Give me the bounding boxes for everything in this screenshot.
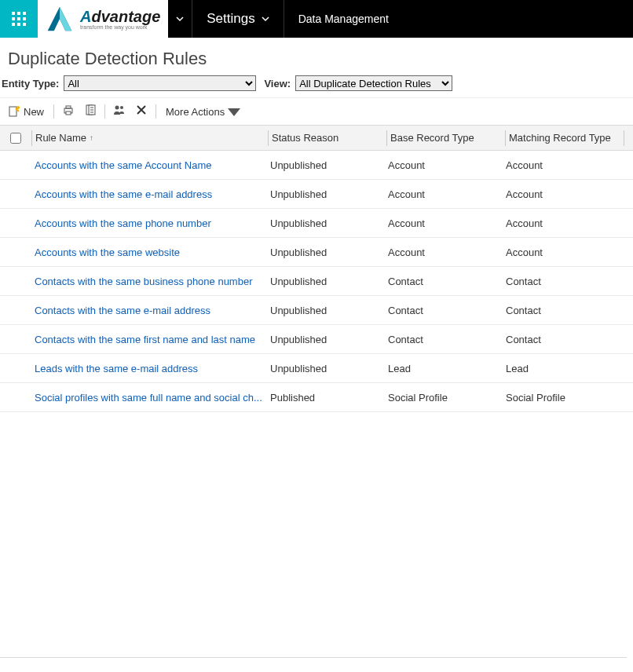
sort-ascending-icon: ↑: [90, 133, 93, 142]
base-type-cell: Account: [385, 209, 503, 237]
match-type-cell: Social Profile: [503, 383, 620, 411]
table-row[interactable]: Accounts with the same phone numberUnpub…: [0, 209, 633, 238]
table-row[interactable]: Leads with the same e-mail addressUnpubl…: [0, 354, 633, 383]
table-row[interactable]: Contacts with the same business phone nu…: [0, 267, 633, 296]
chevron-down-icon: [176, 15, 184, 23]
column-header-rule-name[interactable]: Rule Name↑: [32, 126, 268, 150]
table-row[interactable]: Contacts with the same e-mail addressUnp…: [0, 296, 633, 325]
brand-logo[interactable]: Advantage transform the way you work: [38, 0, 168, 38]
column-header-status[interactable]: Status Reason: [269, 126, 386, 150]
top-navbar: Advantage transform the way you work Set…: [0, 0, 633, 38]
table-row[interactable]: Accounts with the same Account NameUnpub…: [0, 151, 633, 180]
rule-name-cell: Contacts with the same e-mail address: [31, 296, 267, 324]
column-header-matching-type[interactable]: Matching Record Type: [506, 126, 624, 150]
table-row[interactable]: Contacts with the same first name and la…: [0, 325, 633, 354]
base-type-cell: Contact: [385, 296, 503, 324]
match-type-cell: Account: [503, 180, 620, 208]
app-launcher-button[interactable]: [0, 0, 38, 38]
table-row[interactable]: Accounts with the same e-mail addressUnp…: [0, 180, 633, 209]
rule-link[interactable]: Accounts with the same e-mail address: [35, 188, 212, 200]
rule-name-cell: Leads with the same e-mail address: [31, 354, 267, 382]
rule-name-cell: Contacts with the same business phone nu…: [31, 267, 267, 295]
toolbar-divider: [156, 104, 156, 119]
export-button[interactable]: [81, 101, 100, 122]
nav-breadcrumb[interactable]: Data Management: [284, 0, 403, 38]
table-row[interactable]: Accounts with the same websiteUnpublishe…: [0, 238, 633, 267]
row-check-cell: [0, 209, 31, 237]
base-type-cell: Lead: [385, 354, 503, 382]
more-actions-button[interactable]: More Actions: [161, 103, 245, 120]
new-icon: [8, 105, 20, 118]
chevron-down-icon: [262, 15, 269, 23]
more-actions-label: More Actions: [166, 106, 225, 118]
match-type-cell: Contact: [503, 296, 620, 324]
rule-link[interactable]: Accounts with the same website: [35, 247, 180, 258]
page-header: Duplicate Detection Rules: [0, 38, 633, 75]
people-icon: [113, 104, 126, 116]
toolbar-divider: [53, 104, 54, 119]
toolbar: New More Actions: [0, 97, 633, 125]
rule-link[interactable]: Contacts with the same e-mail address: [35, 305, 210, 316]
view-select[interactable]: All Duplicate Detection Rules: [295, 75, 452, 91]
rule-name-cell: Accounts with the same website: [31, 238, 267, 266]
row-check-cell: [0, 354, 31, 382]
rule-link[interactable]: Leads with the same e-mail address: [35, 363, 198, 374]
base-type-cell: Account: [385, 180, 503, 208]
view-label: View:: [264, 78, 291, 89]
rule-link[interactable]: Contacts with the same first name and la…: [35, 334, 255, 345]
new-button[interactable]: New: [3, 103, 49, 120]
svg-rect-7: [17, 23, 20, 26]
grid-header: Rule Name↑ Status Reason Base Record Typ…: [0, 126, 633, 151]
rule-link[interactable]: Accounts with the same phone number: [35, 217, 211, 229]
select-all-checkbox[interactable]: [10, 133, 21, 144]
row-check-cell: [0, 180, 31, 208]
svg-rect-1: [17, 12, 20, 15]
print-button[interactable]: [59, 101, 78, 122]
rules-grid: Rule Name↑ Status Reason Base Record Typ…: [0, 125, 633, 412]
svg-rect-5: [23, 17, 26, 20]
column-header-base-type[interactable]: Base Record Type: [387, 126, 505, 150]
rule-link[interactable]: Social profiles with same full name and …: [35, 392, 262, 404]
rule-name-cell: Accounts with the same phone number: [31, 209, 267, 237]
base-type-cell: Social Profile: [385, 383, 503, 411]
match-type-cell: Lead: [503, 354, 620, 382]
status-cell: Unpublished: [267, 238, 385, 266]
filter-row: Entity Type: All View: All Duplicate Det…: [0, 75, 633, 97]
brand-logo-icon: [46, 5, 74, 33]
svg-rect-4: [17, 17, 20, 20]
base-type-cell: Contact: [385, 325, 503, 353]
base-type-cell: Account: [385, 238, 503, 266]
export-icon: [84, 104, 97, 116]
status-cell: Unpublished: [267, 209, 385, 237]
match-type-cell: Contact: [503, 267, 620, 295]
base-type-cell: Contact: [385, 267, 503, 295]
status-cell: Unpublished: [267, 354, 385, 382]
svg-rect-0: [12, 12, 15, 15]
assign-button[interactable]: [110, 101, 129, 122]
nav-settings[interactable]: Settings: [192, 0, 283, 38]
base-type-cell: Account: [385, 151, 503, 179]
rule-name-cell: Accounts with the same Account Name: [31, 151, 267, 179]
rule-link[interactable]: Accounts with the same Account Name: [35, 159, 211, 171]
svg-rect-3: [12, 17, 15, 20]
rule-name-cell: Social profiles with same full name and …: [31, 383, 267, 411]
rule-link[interactable]: Contacts with the same business phone nu…: [35, 276, 253, 287]
row-check-cell: [0, 151, 31, 179]
svg-rect-9: [9, 107, 16, 116]
entity-type-select[interactable]: All: [64, 75, 256, 91]
row-check-cell: [0, 325, 31, 353]
delete-button[interactable]: [132, 101, 151, 122]
entity-type-label: Entity Type:: [2, 78, 59, 89]
svg-point-17: [120, 106, 123, 109]
status-cell: Unpublished: [267, 151, 385, 179]
brand-logo-text: Advantage transform the way you work: [80, 9, 160, 30]
row-check-cell: [0, 267, 31, 295]
table-row[interactable]: Social profiles with same full name and …: [0, 383, 633, 412]
toolbar-divider: [104, 104, 105, 119]
page-title: Duplicate Detection Rules: [8, 49, 625, 69]
status-cell: Published: [267, 383, 385, 411]
status-cell: Unpublished: [267, 296, 385, 324]
svg-rect-13: [66, 111, 71, 115]
nav-breadcrumb-label: Data Management: [298, 13, 389, 25]
brand-dropdown[interactable]: [168, 0, 192, 38]
